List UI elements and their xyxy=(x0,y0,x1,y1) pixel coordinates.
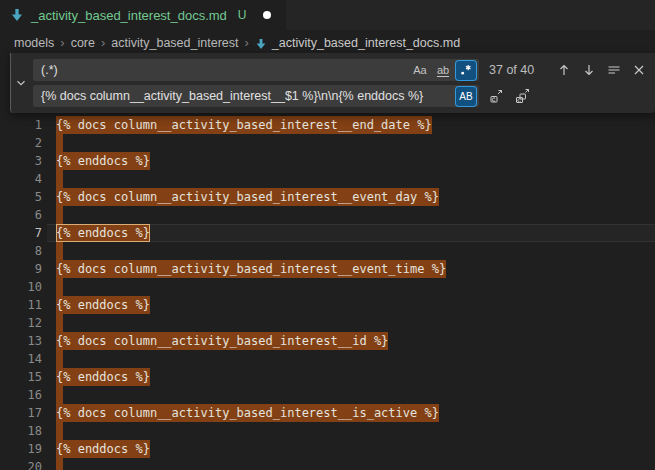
line-number: 2 xyxy=(0,134,42,152)
next-match-button[interactable] xyxy=(579,60,599,80)
editor-line[interactable]: 10 xyxy=(0,278,655,296)
find-match-sliver xyxy=(56,206,63,224)
line-text[interactable]: {% docs column__activity_based_interest_… xyxy=(47,260,655,278)
regex-toggle[interactable] xyxy=(456,61,476,80)
replace-all-button[interactable] xyxy=(513,86,533,106)
code-area[interactable]: 1{% docs column__activity_based_interest… xyxy=(0,116,655,470)
whole-word-label: ab xyxy=(437,64,449,77)
editor-line[interactable]: 5{% docs column__activity_based_interest… xyxy=(0,188,655,206)
find-match: {% docs column__activity_based_interest_… xyxy=(56,188,439,206)
line-number: 14 xyxy=(0,350,42,368)
find-match-sliver xyxy=(56,134,63,152)
editor-line[interactable]: 13{% docs column__activity_based_interes… xyxy=(0,332,655,350)
line-text[interactable]: {% docs column__activity_based_interest_… xyxy=(47,116,655,134)
editor-line[interactable]: 14 xyxy=(0,350,655,368)
line-text[interactable] xyxy=(47,386,655,404)
find-result-count: 37 of 40 xyxy=(489,63,534,77)
chevron-right-icon: › xyxy=(60,35,64,50)
close-find-button[interactable] xyxy=(629,60,649,80)
editor-line[interactable]: 11{% enddocs %} xyxy=(0,296,655,314)
editor-line[interactable]: 8 xyxy=(0,242,655,260)
line-number: 15 xyxy=(0,368,42,386)
dbt-arrow-icon xyxy=(255,38,267,50)
find-match-sliver xyxy=(56,314,63,332)
line-number: 6 xyxy=(0,206,42,224)
find-match-sliver xyxy=(56,278,63,296)
find-widget: Aa ab 37 of 40 xyxy=(10,53,655,113)
line-number: 11 xyxy=(0,296,42,314)
replace-input-box: AB xyxy=(33,85,479,107)
match-case-label: Aa xyxy=(413,64,426,76)
line-number: 20 xyxy=(0,458,42,470)
editor-line[interactable]: 7{% enddocs %} xyxy=(0,224,655,242)
line-number: 3 xyxy=(0,152,42,170)
match-case-toggle[interactable]: Aa xyxy=(410,61,430,80)
find-match: {% docs column__activity_based_interest_… xyxy=(56,404,439,422)
line-text[interactable] xyxy=(47,242,655,260)
breadcrumb-item-activity-based-interest[interactable]: activity_based_interest xyxy=(111,36,238,50)
editor[interactable]: 1{% docs column__activity_based_interest… xyxy=(0,55,655,470)
find-match-sliver xyxy=(56,422,63,440)
find-match: {% enddocs %} xyxy=(56,368,150,386)
line-number: 13 xyxy=(0,332,42,350)
line-number: 19 xyxy=(0,440,42,458)
tab-bar: _activity_based_interest_docs.md U xyxy=(0,0,655,30)
line-number: 17 xyxy=(0,404,42,422)
replace-input[interactable] xyxy=(41,89,456,103)
editor-line[interactable]: 2 xyxy=(0,134,655,152)
chevron-right-icon: › xyxy=(244,35,248,50)
editor-line[interactable]: 4 xyxy=(0,170,655,188)
editor-line[interactable]: 9{% docs column__activity_based_interest… xyxy=(0,260,655,278)
line-text[interactable] xyxy=(47,422,655,440)
line-text[interactable]: {% enddocs %} xyxy=(47,440,655,458)
editor-line[interactable]: 12 xyxy=(0,314,655,332)
editor-line[interactable]: 1{% docs column__activity_based_interest… xyxy=(0,116,655,134)
line-text[interactable]: {% docs column__activity_based_interest_… xyxy=(47,188,655,206)
line-text[interactable]: {% docs column__activity_based_interest_… xyxy=(47,404,655,422)
dbt-arrow-icon xyxy=(10,8,24,22)
line-text[interactable] xyxy=(47,458,655,470)
line-text[interactable] xyxy=(47,206,655,224)
find-in-selection-button[interactable] xyxy=(604,60,624,80)
unsaved-dot-icon[interactable] xyxy=(263,11,271,19)
line-text[interactable]: {% enddocs %} xyxy=(47,224,655,242)
previous-match-button[interactable] xyxy=(554,60,574,80)
breadcrumb-file-label: _activity_based_interest_docs.md xyxy=(272,36,460,50)
editor-line[interactable]: 6 xyxy=(0,206,655,224)
line-number: 5 xyxy=(0,188,42,206)
preserve-case-toggle[interactable]: AB xyxy=(456,87,476,106)
line-text[interactable] xyxy=(47,278,655,296)
editor-line[interactable]: 16 xyxy=(0,386,655,404)
find-match-sliver xyxy=(56,242,63,260)
find-match: {% enddocs %} xyxy=(56,440,150,458)
find-match: {% docs column__activity_based_interest_… xyxy=(56,116,432,134)
editor-line[interactable]: 17{% docs column__activity_based_interes… xyxy=(0,404,655,422)
editor-line[interactable]: 19{% enddocs %} xyxy=(0,440,655,458)
find-match-sliver xyxy=(56,350,63,368)
editor-line[interactable]: 20 xyxy=(0,458,655,470)
whole-word-toggle[interactable]: ab xyxy=(433,61,453,80)
toggle-replace-chevron-icon[interactable] xyxy=(11,74,31,92)
line-number: 12 xyxy=(0,314,42,332)
editor-line[interactable]: 18 xyxy=(0,422,655,440)
line-text[interactable]: {% enddocs %} xyxy=(47,368,655,386)
line-text[interactable] xyxy=(47,170,655,188)
replace-button[interactable] xyxy=(487,86,507,106)
line-text[interactable]: {% docs column__activity_based_interest_… xyxy=(47,332,655,350)
editor-line[interactable]: 3{% enddocs %} xyxy=(0,152,655,170)
line-text[interactable] xyxy=(47,134,655,152)
line-number: 9 xyxy=(0,260,42,278)
tab-activity-based-interest-docs[interactable]: _activity_based_interest_docs.md U xyxy=(0,0,286,30)
line-number: 8 xyxy=(0,242,42,260)
line-text[interactable]: {% enddocs %} xyxy=(47,152,655,170)
line-text[interactable] xyxy=(47,314,655,332)
breadcrumb-item-models[interactable]: models xyxy=(14,36,54,50)
breadcrumb-item-core[interactable]: core xyxy=(71,36,95,50)
find-match: {% enddocs %} xyxy=(56,152,150,170)
editor-line[interactable]: 15{% enddocs %} xyxy=(0,368,655,386)
line-number: 7 xyxy=(0,224,42,242)
line-text[interactable] xyxy=(47,350,655,368)
find-input[interactable] xyxy=(41,63,410,77)
breadcrumb-item-file[interactable]: _activity_based_interest_docs.md xyxy=(255,36,460,50)
line-text[interactable]: {% enddocs %} xyxy=(47,296,655,314)
